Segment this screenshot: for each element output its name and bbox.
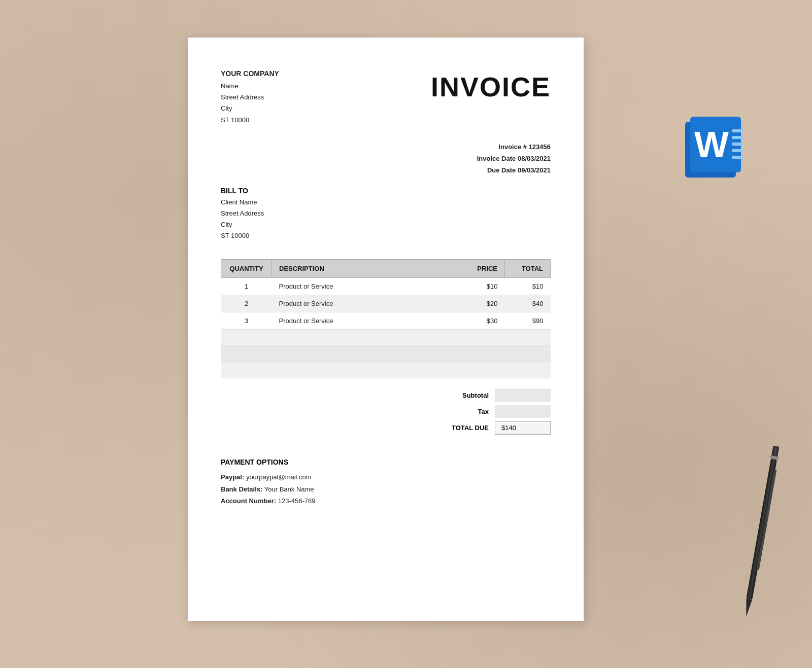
- invoice-meta: Invoice # 123456 Invoice Date 08/03/2021…: [221, 141, 551, 177]
- row3-quantity: 3: [221, 312, 272, 330]
- company-name-label: YOUR COMPANY: [221, 68, 279, 80]
- word-icon: W: [685, 117, 746, 183]
- pen-clip: [757, 470, 777, 570]
- total-due-value: $140: [495, 421, 551, 435]
- client-street: Street Address: [221, 208, 551, 219]
- company-city: City: [221, 103, 279, 114]
- row3-total: $90: [505, 312, 551, 330]
- due-date-value: 09/03/2021: [518, 166, 551, 174]
- svg-text:W: W: [694, 124, 729, 165]
- total-due-row: TOTAL DUE $140: [398, 421, 551, 435]
- totals-table: Subtotal Tax TOTAL DUE $140: [398, 389, 551, 438]
- table-row-empty1: [221, 330, 551, 346]
- payment-section: PAYMENT OPTIONS Paypal: yourpaypal@mail.…: [221, 458, 551, 507]
- pen-decoration: [736, 444, 786, 618]
- subtotal-value: [495, 389, 551, 402]
- company-info: YOUR COMPANY Name Street Address City ST…: [221, 68, 279, 126]
- row2-description: Product or Service: [272, 295, 459, 312]
- account-line: Account Number: 123-456-789: [221, 495, 551, 507]
- paypal-value: yourpaypal@mail.com: [246, 473, 312, 481]
- invoice-date-label: Invoice Date: [477, 155, 516, 162]
- bank-value: Your Bank Name: [264, 485, 314, 493]
- invoice-paper: YOUR COMPANY Name Street Address City ST…: [188, 38, 584, 621]
- table-row-empty2: [221, 346, 551, 362]
- page-container: YOUR COMPANY Name Street Address City ST…: [0, 0, 812, 668]
- svg-rect-3: [732, 129, 743, 132]
- col-header-description: DESCRIPTION: [272, 260, 459, 278]
- svg-rect-7: [732, 156, 743, 159]
- pen-body: [746, 459, 776, 600]
- due-date-row: Due Date 09/03/2021: [221, 164, 551, 176]
- invoice-number-value: 123456: [529, 143, 551, 151]
- row1-price: $10: [459, 278, 505, 295]
- row3-price: $30: [459, 312, 505, 330]
- bill-to-label: BILL TO: [221, 187, 551, 195]
- invoice-date-row: Invoice Date 08/03/2021: [221, 153, 551, 164]
- invoice-table: QUANTITY DESCRIPTION PRICE TOTAL 1 Produ…: [221, 259, 551, 378]
- invoice-title: INVOICE: [431, 73, 551, 100]
- col-header-price: PRICE: [459, 260, 505, 278]
- pen-top: [771, 446, 779, 457]
- table-row-empty3: [221, 362, 551, 378]
- bill-to-section: BILL TO Client Name Street Address City …: [221, 187, 551, 241]
- table-row: 1 Product or Service $10 $10: [221, 278, 551, 295]
- bank-label: Bank Details:: [221, 485, 262, 493]
- payment-title: PAYMENT OPTIONS: [221, 458, 551, 466]
- subtotal-label: Subtotal: [438, 392, 489, 399]
- col-header-total: TOTAL: [505, 260, 551, 278]
- company-street: Street Address: [221, 92, 279, 103]
- client-city: City: [221, 219, 551, 230]
- tax-value: [495, 405, 551, 418]
- tax-label: Tax: [438, 408, 489, 415]
- row2-quantity: 2: [221, 295, 272, 312]
- row1-quantity: 1: [221, 278, 272, 295]
- svg-rect-4: [732, 136, 743, 139]
- col-header-quantity: QUANTITY: [221, 260, 272, 278]
- invoice-number-label: Invoice #: [498, 143, 527, 151]
- client-state-zip: ST 10000: [221, 230, 551, 241]
- invoice-date-value: 08/03/2021: [518, 155, 551, 162]
- row2-price: $20: [459, 295, 505, 312]
- svg-rect-6: [732, 149, 743, 152]
- row2-total: $40: [505, 295, 551, 312]
- totals-section: Subtotal Tax TOTAL DUE $140: [221, 389, 551, 438]
- table-header: QUANTITY DESCRIPTION PRICE TOTAL: [221, 260, 551, 278]
- row3-description: Product or Service: [272, 312, 459, 330]
- invoice-number-row: Invoice # 123456: [221, 141, 551, 153]
- company-name: Name: [221, 81, 279, 92]
- table-body: 1 Product or Service $10 $10 2 Product o…: [221, 278, 551, 378]
- svg-rect-5: [732, 143, 743, 146]
- company-state-zip: ST 10000: [221, 115, 279, 126]
- account-label: Account Number:: [221, 497, 276, 505]
- total-due-label: TOTAL DUE: [438, 424, 489, 432]
- paypal-line: Paypal: yourpaypal@mail.com: [221, 471, 551, 483]
- pen-tip: [743, 599, 752, 617]
- invoice-header: YOUR COMPANY Name Street Address City ST…: [221, 68, 551, 126]
- tax-row: Tax: [398, 405, 551, 418]
- paypal-label: Paypal:: [221, 473, 244, 481]
- bill-to-info: Client Name Street Address City ST 10000: [221, 197, 551, 241]
- due-date-label: Due Date: [487, 166, 516, 174]
- header-right: INVOICE: [431, 68, 551, 100]
- client-name: Client Name: [221, 197, 551, 208]
- table-row: 2 Product or Service $20 $40: [221, 295, 551, 312]
- table-row: 3 Product or Service $30 $90: [221, 312, 551, 330]
- row1-description: Product or Service: [272, 278, 459, 295]
- subtotal-row: Subtotal: [398, 389, 551, 402]
- bank-line: Bank Details: Your Bank Name: [221, 483, 551, 495]
- account-value: 123-456-789: [278, 497, 316, 505]
- row1-total: $10: [505, 278, 551, 295]
